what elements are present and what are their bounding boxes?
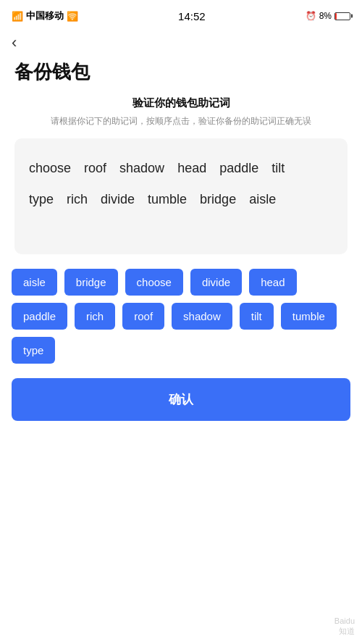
confirm-button[interactable]: 确认 — [12, 378, 350, 421]
display-word-item: rich — [67, 184, 88, 215]
word-select-button[interactable]: head — [249, 269, 296, 296]
confirm-button-wrap: 确认 — [0, 378, 362, 421]
display-word-item: divide — [101, 184, 135, 215]
display-word-item: head — [177, 153, 206, 184]
word-buttons-area: aislebridgechoosedivideheadpaddlerichroo… — [0, 269, 362, 364]
section-desc: 请根据你记下的助记词，按顺序点击，验证你备份的助记词正确无误 — [0, 114, 362, 128]
word-select-button[interactable]: type — [12, 337, 55, 364]
word-select-button[interactable]: bridge — [64, 269, 118, 296]
word-select-button[interactable]: tilt — [240, 303, 274, 330]
watermark-line2: 知道 — [339, 626, 355, 637]
word-select-button[interactable]: shadow — [172, 303, 232, 330]
carrier-name: 中国移动 — [26, 9, 64, 22]
status-bar: 📶 中国移动 🛜 14:52 ⏰ 8% — [0, 0, 362, 29]
display-word-item: choose — [29, 153, 71, 184]
section-heading: 验证你的钱包助记词 — [0, 96, 362, 110]
display-word-item: tumble — [148, 184, 187, 215]
display-word-item: tilt — [272, 153, 285, 184]
display-word-item: aisle — [249, 184, 276, 215]
word-select-button[interactable]: roof — [122, 303, 164, 330]
watermark-line1: Baidu — [334, 616, 355, 625]
display-word-item: type — [29, 184, 54, 215]
status-right: ⏰ 8% — [306, 11, 350, 21]
alarm-icon: ⏰ — [306, 11, 316, 21]
back-button-row: ‹ — [0, 29, 362, 54]
battery-icon — [334, 12, 350, 20]
page-title: 备份钱包 — [0, 54, 362, 96]
carrier-signal: 📶 中国移动 🛜 — [12, 9, 78, 22]
display-word-item: bridge — [200, 184, 236, 215]
word-select-button[interactable]: tumble — [281, 303, 337, 330]
watermark: Baidu 知道 — [334, 616, 355, 637]
display-word-item: roof — [84, 153, 106, 184]
word-select-button[interactable]: choose — [125, 269, 183, 296]
status-time: 14:52 — [178, 10, 206, 22]
word-display-area: chooseroofshadowheadpaddletilttyperichdi… — [14, 138, 348, 254]
word-select-button[interactable]: paddle — [12, 303, 67, 330]
signal-bars: 📶 — [12, 11, 23, 22]
display-word-item: shadow — [119, 153, 164, 184]
word-select-button[interactable]: aisle — [12, 269, 57, 296]
battery-percent: 8% — [319, 11, 332, 21]
back-button[interactable]: ‹ — [12, 35, 17, 51]
wifi-icon: 🛜 — [67, 11, 78, 22]
display-word-item: paddle — [219, 153, 258, 184]
word-select-button[interactable]: divide — [190, 269, 242, 296]
battery-fill — [335, 13, 337, 20]
word-display-inner: chooseroofshadowheadpaddletilttyperichdi… — [29, 153, 333, 215]
word-select-button[interactable]: rich — [75, 303, 115, 330]
